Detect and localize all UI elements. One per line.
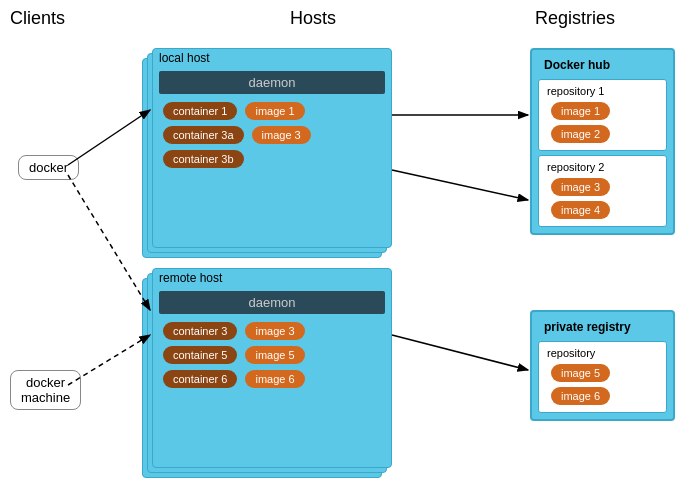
svg-line-3 (68, 175, 150, 310)
local-host-row-2: container 3a image 3 (159, 124, 385, 146)
remote-host-daemon: daemon (159, 291, 385, 314)
remote-host-row-2: container 5 image 5 (159, 344, 385, 366)
clients-header: Clients (10, 8, 65, 29)
hosts-header: Hosts (290, 8, 336, 29)
remote-image-5: image 5 (245, 346, 304, 364)
repo-2-image-3: image 3 (551, 178, 610, 196)
local-host-box: local host daemon container 1 image 1 co… (152, 48, 392, 248)
diagram: Clients Hosts Registries docker dockerma… (0, 0, 689, 500)
local-image-3: image 3 (252, 126, 311, 144)
local-container-1: container 1 (163, 102, 237, 120)
client-docker-label: docker (29, 160, 68, 175)
repo-2-box: repository 2 image 3 image 4 (538, 155, 667, 227)
local-container-3b: container 3b (163, 150, 244, 168)
remote-image-3: image 3 (245, 322, 304, 340)
local-container-3a: container 3a (163, 126, 244, 144)
repo-1-image-2: image 2 (551, 125, 610, 143)
remote-image-6: image 6 (245, 370, 304, 388)
local-host-row-1: container 1 image 1 (159, 100, 385, 122)
private-repo-label: repository (547, 347, 658, 359)
private-repo-box: repository image 5 image 6 (538, 341, 667, 413)
remote-host-label: remote host (153, 269, 391, 287)
remote-container-6: container 6 (163, 370, 237, 388)
remote-container-3: container 3 (163, 322, 237, 340)
local-host-label: local host (153, 49, 391, 67)
remote-host-box: remote host daemon container 3 image 3 c… (152, 268, 392, 468)
private-image-5: image 5 (551, 364, 610, 382)
client-docker-machine: dockermachine (10, 370, 81, 410)
repo-2-label: repository 2 (547, 161, 658, 173)
svg-line-6 (392, 170, 528, 200)
remote-container-5: container 5 (163, 346, 237, 364)
private-registry-label: private registry (538, 318, 667, 336)
local-host-daemon: daemon (159, 71, 385, 94)
repo-2-image-4: image 4 (551, 201, 610, 219)
docker-hub-registry: Docker hub repository 1 image 1 image 2 … (530, 48, 675, 235)
client-docker-machine-label: dockermachine (21, 375, 70, 405)
svg-line-2 (68, 110, 150, 165)
registries-header: Registries (535, 8, 615, 29)
local-host-row-3: container 3b (159, 148, 385, 170)
private-registry: private registry repository image 5 imag… (530, 310, 675, 421)
docker-hub-label: Docker hub (538, 56, 667, 74)
repo-1-image-1: image 1 (551, 102, 610, 120)
private-image-6: image 6 (551, 387, 610, 405)
remote-host-row-1: container 3 image 3 (159, 320, 385, 342)
svg-line-7 (392, 335, 528, 370)
repo-1-label: repository 1 (547, 85, 658, 97)
client-docker: docker (18, 155, 79, 180)
remote-host-row-3: container 6 image 6 (159, 368, 385, 390)
repo-1-box: repository 1 image 1 image 2 (538, 79, 667, 151)
local-image-1: image 1 (245, 102, 304, 120)
